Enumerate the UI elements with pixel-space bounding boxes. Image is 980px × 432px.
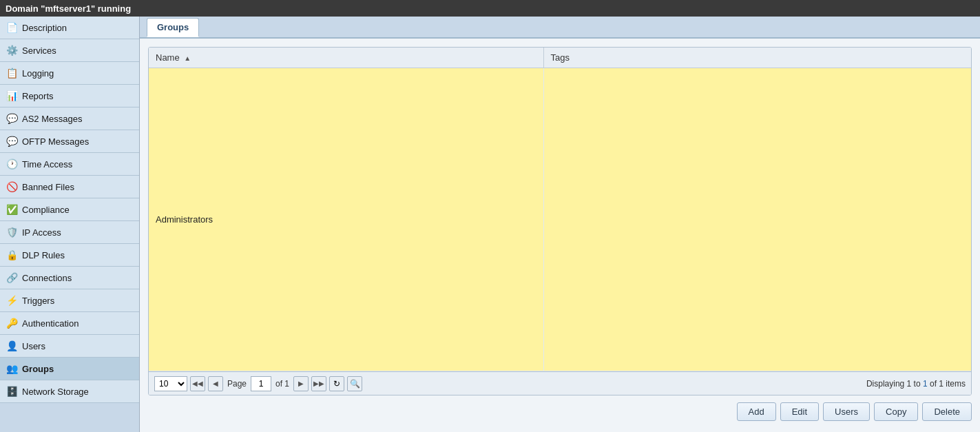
sidebar-item-logging[interactable]: 📋 Logging <box>0 62 139 85</box>
users-button[interactable]: Users <box>823 402 870 421</box>
sidebar-label-users: Users <box>22 341 45 351</box>
sidebar-label-connections: Connections <box>22 273 72 283</box>
sidebar-label-compliance: Compliance <box>22 205 70 215</box>
sidebar-item-services[interactable]: ⚙️ Services <box>0 39 139 62</box>
main-layout: 📄 Description ⚙️ Services 📋 Logging 📊 Re… <box>0 17 980 432</box>
add-button[interactable]: Add <box>737 402 776 421</box>
prev-page-btn[interactable]: ◀ <box>208 376 223 391</box>
groups-icon: 👥 <box>6 362 18 375</box>
last-page-btn[interactable]: ▶▶ <box>311 376 326 391</box>
sidebar-item-groups[interactable]: 👥 Groups <box>0 358 139 380</box>
sidebar-item-description[interactable]: 📄 Description <box>0 17 139 39</box>
sidebar-item-as2-messages[interactable]: 💬 AS2 Messages <box>0 107 139 130</box>
sidebar-item-reports[interactable]: 📊 Reports <box>0 85 139 107</box>
description-icon: 📄 <box>6 21 18 34</box>
time-access-icon: 🕐 <box>6 158 18 170</box>
action-bar: Add Edit Users Copy Delete <box>148 395 972 424</box>
sidebar-item-oftp-messages[interactable]: 💬 OFTP Messages <box>0 130 139 153</box>
page-size-select[interactable]: 10 25 50 100 <box>154 376 187 391</box>
groups-table: Name ▲ Tags Administrators <box>149 48 971 371</box>
users-icon: 👤 <box>6 340 18 352</box>
sidebar-label-oftp-messages: OFTP Messages <box>22 136 89 147</box>
cell-tags <box>543 68 971 371</box>
sort-arrow-name: ▲ <box>184 54 191 62</box>
page-label: Page <box>227 379 247 389</box>
reports-icon: 📊 <box>6 90 18 102</box>
refresh-btn[interactable]: ↻ <box>329 376 344 391</box>
displaying-text: Displaying 1 to 1 of 1 items <box>866 379 966 389</box>
delete-button[interactable]: Delete <box>922 402 972 421</box>
cell-name: Administrators <box>149 68 543 371</box>
edit-button[interactable]: Edit <box>780 402 819 421</box>
triggers-icon: ⚡ <box>6 294 18 307</box>
sidebar-label-time-access: Time Access <box>22 159 72 169</box>
sidebar-label-dlp-rules: DLP Rules <box>22 250 65 260</box>
table-row[interactable]: Administrators <box>149 68 971 371</box>
sidebar-item-users[interactable]: 👤 Users <box>0 335 139 358</box>
first-page-btn[interactable]: ◀◀ <box>190 376 205 391</box>
sidebar-label-banned-files: Banned Files <box>22 182 74 192</box>
pagination-bar: 10 25 50 100 ◀◀ ◀ Page of 1 ▶ ▶▶ ↻ 🔍 D <box>149 371 971 395</box>
sidebar-label-triggers: Triggers <box>22 296 54 306</box>
sidebar-item-banned-files[interactable]: 🚫 Banned Files <box>0 176 139 198</box>
of-label: of 1 <box>275 379 289 389</box>
sidebar-label-groups: Groups <box>22 364 54 374</box>
tab-bar: Groups <box>140 17 980 39</box>
connections-icon: 🔗 <box>6 271 18 284</box>
ip-access-icon: 🛡️ <box>6 226 18 238</box>
sidebar: 📄 Description ⚙️ Services 📋 Logging 📊 Re… <box>0 17 140 432</box>
title-bar: Domain "mftserver1" running <box>0 0 980 17</box>
sidebar-label-as2-messages: AS2 Messages <box>22 114 82 124</box>
displaying-link[interactable]: 1 <box>923 379 928 389</box>
sidebar-item-triggers[interactable]: ⚡ Triggers <box>0 289 139 312</box>
table-wrapper: Name ▲ Tags Administrators <box>148 47 972 395</box>
sidebar-label-services: Services <box>22 45 56 56</box>
table-header-row: Name ▲ Tags <box>149 48 971 68</box>
tab-groups[interactable]: Groups <box>147 18 199 37</box>
search-btn[interactable]: 🔍 <box>347 376 362 391</box>
sidebar-item-connections[interactable]: 🔗 Connections <box>0 267 139 289</box>
copy-button[interactable]: Copy <box>874 402 918 421</box>
sidebar-label-reports: Reports <box>22 91 54 101</box>
sidebar-label-description: Description <box>22 23 67 33</box>
sidebar-label-authentication: Authentication <box>22 318 79 329</box>
sidebar-label-logging: Logging <box>22 68 54 79</box>
sidebar-item-dlp-rules[interactable]: 🔒 DLP Rules <box>0 244 139 267</box>
col-name[interactable]: Name ▲ <box>149 48 543 68</box>
authentication-icon: 🔑 <box>6 317 18 329</box>
sidebar-item-network-storage[interactable]: 🗄️ Network Storage <box>0 380 139 403</box>
content-panel: Name ▲ Tags Administrators <box>140 39 980 432</box>
next-page-btn[interactable]: ▶ <box>293 376 309 391</box>
as2-messages-icon: 💬 <box>6 112 18 125</box>
title-text: Domain "mftserver1" running <box>6 3 131 14</box>
sidebar-item-time-access[interactable]: 🕐 Time Access <box>0 153 139 176</box>
network-storage-icon: 🗄️ <box>6 385 18 398</box>
logging-icon: 📋 <box>6 67 18 79</box>
sidebar-item-compliance[interactable]: ✅ Compliance <box>0 198 139 221</box>
col-tags[interactable]: Tags <box>543 48 971 68</box>
compliance-icon: ✅ <box>6 203 18 216</box>
services-icon: ⚙️ <box>6 44 18 56</box>
content-area: Groups Name ▲ Tags <box>140 17 980 432</box>
sidebar-item-ip-access[interactable]: 🛡️ IP Access <box>0 221 139 244</box>
dlp-rules-icon: 🔒 <box>6 249 18 261</box>
oftp-messages-icon: 💬 <box>6 135 18 147</box>
sidebar-item-authentication[interactable]: 🔑 Authentication <box>0 312 139 335</box>
page-input[interactable] <box>251 376 271 391</box>
sidebar-label-ip-access: IP Access <box>22 227 61 238</box>
banned-files-icon: 🚫 <box>6 181 18 193</box>
sidebar-label-network-storage: Network Storage <box>22 387 89 397</box>
